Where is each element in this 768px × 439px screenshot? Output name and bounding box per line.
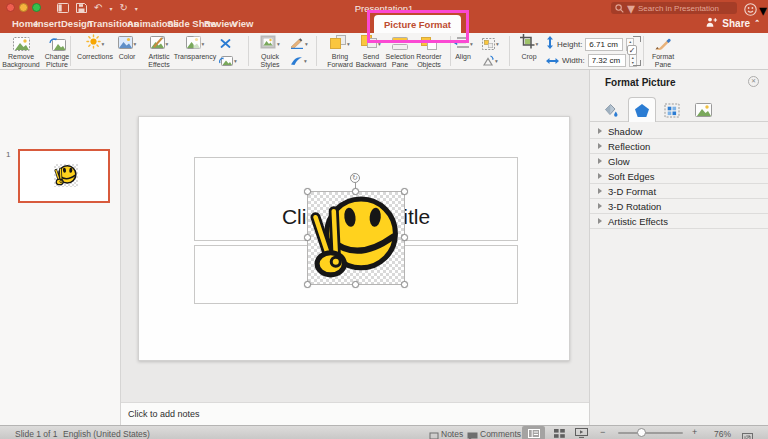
tab-view[interactable]: View [232, 18, 253, 29]
search-input[interactable] [638, 4, 738, 13]
width-input[interactable] [588, 54, 626, 67]
change-picture-icon [49, 35, 66, 52]
slide-thumbnail[interactable] [18, 149, 110, 203]
picture-effects-caret-icon: ▾ [304, 58, 307, 64]
normal-view-button[interactable] [522, 426, 545, 439]
zoom-slider-thumb[interactable] [637, 428, 646, 437]
panel-close-icon[interactable]: ✕ [748, 76, 759, 87]
bring-forward-icon [330, 35, 346, 53]
powerpoint-window: ↶ ▾ ↻ ▾ Presentation1 ▾ ▾ Home Insert De… [0, 0, 768, 439]
color-button[interactable]: ▾ Color [111, 35, 143, 61]
section-artistic-effects[interactable]: Artistic Effects [590, 214, 768, 229]
rotate-button[interactable]: ▾ [482, 54, 499, 67]
tab-fill-line[interactable] [596, 99, 624, 121]
resize-handle-n[interactable] [352, 188, 359, 195]
quick-styles-button[interactable]: ▾ Quick Styles [252, 35, 288, 70]
rotation-handle[interactable]: ↻ [350, 173, 360, 183]
zoom-percent[interactable]: 76% [714, 429, 731, 439]
crop-icon [520, 34, 535, 53]
lock-aspect-ratio-checkbox[interactable]: ✓ [627, 45, 637, 55]
picture-effects-icon [290, 55, 303, 66]
selected-picture[interactable]: ↻ [308, 192, 404, 284]
resize-handle-se[interactable] [401, 281, 408, 288]
crop-button[interactable]: ▾ Crop [514, 35, 544, 61]
resize-handle-w[interactable] [304, 234, 311, 241]
section-3d-format[interactable]: 3-D Format [590, 184, 768, 199]
notes-area[interactable]: Click to add notes [121, 402, 589, 425]
language-status[interactable]: English (United States) [63, 429, 150, 439]
zoom-slider-track[interactable] [618, 432, 683, 434]
remove-background-button[interactable]: Remove Background [1, 35, 41, 70]
corrections-button[interactable]: ▾ Corrections [75, 35, 115, 61]
reset-size-icon [219, 38, 232, 49]
color-picture-icon [118, 35, 133, 53]
tab-size-properties[interactable] [658, 99, 686, 121]
corrections-sun-icon [86, 34, 101, 53]
share-label: Share [722, 18, 750, 29]
height-input[interactable] [585, 38, 623, 51]
tab-insert[interactable]: Insert [35, 18, 61, 29]
fit-to-window-icon[interactable] [742, 429, 753, 439]
tab-picture[interactable] [689, 99, 717, 121]
artistic-effects-icon [150, 35, 165, 53]
transparency-button[interactable]: ▾ Transparency [172, 35, 218, 61]
border-effects-group: ▾ ▾ [290, 37, 308, 67]
comments-toggle-button[interactable]: Comments [480, 429, 521, 439]
height-label: Height: [557, 40, 582, 49]
change-picture-button[interactable]: Change Picture [41, 35, 73, 70]
slideshow-view-button[interactable] [570, 426, 593, 439]
picture-tab-icon [695, 103, 712, 117]
notes-toggle-button[interactable]: Notes [441, 429, 463, 439]
search-box[interactable]: ▾ [611, 2, 737, 14]
bring-forward-caret-icon: ▾ [347, 41, 350, 47]
picture-effects-button[interactable]: ▾ [290, 54, 308, 67]
reset-size-button[interactable] [219, 37, 237, 50]
expand-arrow-icon [598, 143, 602, 149]
normal-view-icon [528, 429, 540, 438]
expand-arrow-icon [598, 158, 602, 164]
window-titlebar: ↶ ▾ ↻ ▾ Presentation1 ▾ ▾ Home Insert De… [0, 0, 768, 33]
artistic-effects-caret-icon: ▾ [166, 41, 169, 47]
resize-handle-sw[interactable] [304, 281, 311, 288]
slide[interactable]: Click to add title ↻ [138, 116, 570, 361]
group-rotate-group: ▾ ▾ [482, 37, 499, 67]
zoom-in-button[interactable]: + [692, 427, 697, 437]
format-pane-brush-icon [654, 35, 672, 52]
tab-effects[interactable] [628, 97, 656, 122]
reset-picture-button[interactable]: ▾ [219, 54, 237, 67]
tab-picture-format[interactable]: Picture Format [374, 15, 461, 33]
share-button[interactable]: Share ⌃ [706, 17, 760, 29]
artistic-effects-button[interactable]: ▾ Artistic Effects [144, 35, 174, 70]
reset-picture-group: ▾ [219, 37, 237, 67]
picture-border-button[interactable]: ▾ [290, 37, 308, 50]
format-pane-button[interactable]: Format Pane [646, 35, 680, 70]
align-button[interactable]: ▾ Align [448, 35, 478, 61]
section-shadow[interactable]: Shadow [590, 124, 768, 139]
height-control: Height: ▴▾ [546, 37, 634, 51]
ribbon: Remove Background Change Picture ▾ Corre… [0, 33, 768, 70]
crop-caret-icon: ▾ [536, 41, 539, 47]
resize-handle-nw[interactable] [304, 188, 311, 195]
notes-placeholder-text: Click to add notes [128, 409, 200, 419]
expand-arrow-icon [598, 188, 602, 194]
aspect-bracket-bottom [633, 60, 641, 66]
panel-divider [590, 121, 768, 122]
slide-sorter-view-button[interactable] [548, 426, 571, 439]
resize-handle-e[interactable] [401, 234, 408, 241]
resize-handle-s[interactable] [352, 281, 359, 288]
section-soft-edges[interactable]: Soft Edges [590, 169, 768, 184]
send-backward-icon [361, 35, 377, 53]
transparency-icon [186, 35, 201, 53]
width-label: Width: [562, 56, 585, 65]
zoom-out-button[interactable]: − [600, 427, 605, 437]
section-reflection[interactable]: Reflection [590, 139, 768, 154]
slide-number: 1 [6, 150, 10, 159]
section-glow[interactable]: Glow [590, 154, 768, 169]
reorder-objects-button[interactable]: Reorder Objects [412, 35, 446, 70]
expand-arrow-icon [598, 203, 602, 209]
section-3d-rotation[interactable]: 3-D Rotation [590, 199, 768, 214]
align-icon [453, 35, 469, 53]
group-objects-button[interactable]: ▾ [482, 37, 499, 50]
slide-sorter-icon [554, 429, 565, 438]
resize-handle-ne[interactable] [401, 188, 408, 195]
